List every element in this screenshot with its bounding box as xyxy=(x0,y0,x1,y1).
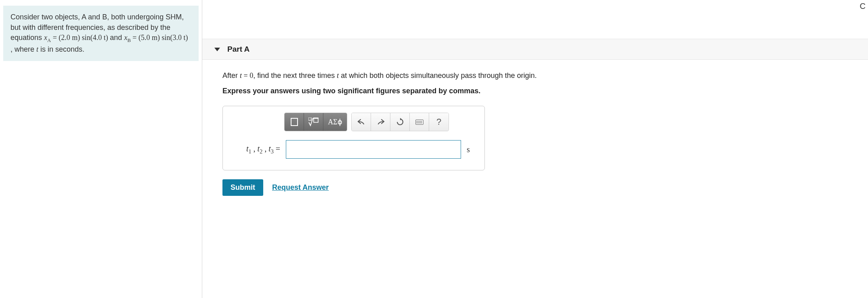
reset-icon xyxy=(396,118,404,126)
redo-icon xyxy=(377,118,385,126)
keyboard-button[interactable] xyxy=(410,113,429,131)
reset-button[interactable] xyxy=(390,113,410,131)
equation-toolbar: ΑΣϕ xyxy=(229,113,478,131)
svg-rect-2 xyxy=(308,118,311,120)
radical-icon xyxy=(308,118,319,126)
corner-char: C xyxy=(860,2,866,11)
help-label: ? xyxy=(436,117,441,127)
keyboard-icon xyxy=(415,120,424,125)
greek-button[interactable]: ΑΣϕ xyxy=(323,113,347,131)
undo-button[interactable] xyxy=(352,113,371,131)
svg-rect-0 xyxy=(291,118,298,126)
answer-unit: s xyxy=(467,145,470,154)
part-title: Part A xyxy=(227,45,249,54)
undo-icon xyxy=(357,118,365,126)
collapse-caret-icon xyxy=(214,48,220,51)
rect-template-icon xyxy=(291,118,298,126)
question-text: After t = 0, find the next three times t… xyxy=(222,70,856,81)
radical-button[interactable] xyxy=(304,113,323,131)
answer-instruction: Express your answers using two significa… xyxy=(222,87,856,95)
request-answer-link[interactable]: Request Answer xyxy=(272,183,329,192)
eq-b: xB = (5.0 m) sin(3.0 t) xyxy=(124,34,188,42)
answer-variable-label: t1 , t2 , t3 = xyxy=(229,144,280,155)
t-eq-zero: t = 0 xyxy=(240,71,253,80)
greek-label: ΑΣϕ xyxy=(328,118,342,126)
answer-panel: ΑΣϕ xyxy=(222,106,485,170)
eq-a: xA = (2.0 m) sin(4.0 t) xyxy=(44,34,110,42)
answer-input[interactable] xyxy=(286,140,461,159)
submit-button[interactable]: Submit xyxy=(222,179,263,196)
problem-statement: Consider two objects, A and B, both unde… xyxy=(3,6,199,61)
help-button[interactable]: ? xyxy=(429,113,449,131)
templates-button[interactable] xyxy=(285,113,304,131)
redo-button[interactable] xyxy=(371,113,390,131)
part-header[interactable]: Part A xyxy=(202,39,868,60)
